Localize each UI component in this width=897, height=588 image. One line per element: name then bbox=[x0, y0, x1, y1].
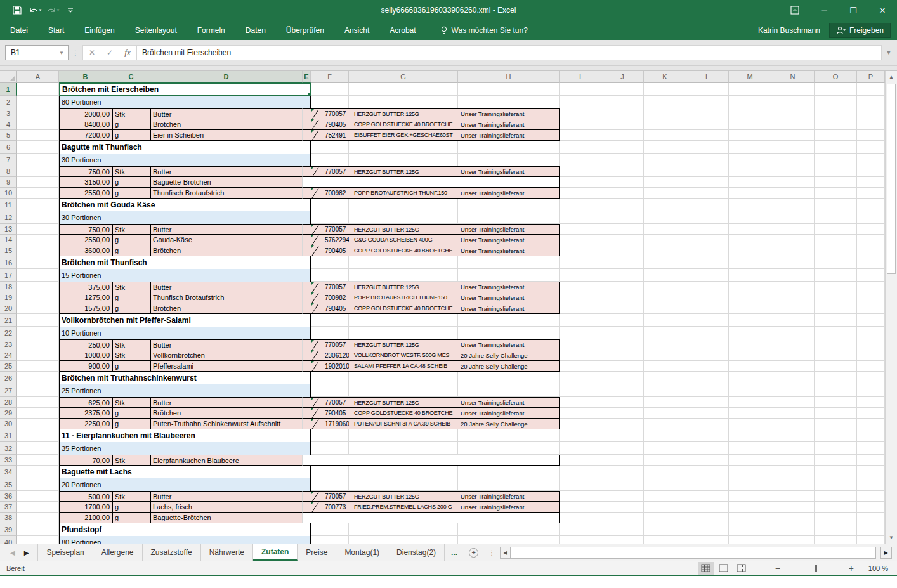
unit-cell[interactable]: g bbox=[112, 188, 150, 199]
diagonal-cell[interactable] bbox=[303, 361, 311, 372]
cell-I[interactable] bbox=[560, 327, 601, 339]
cell-P[interactable] bbox=[857, 513, 885, 523]
qty-cell[interactable]: 1275,00 bbox=[59, 292, 112, 303]
cell-I[interactable] bbox=[560, 199, 601, 211]
cell-F[interactable] bbox=[311, 256, 349, 269]
cell-K[interactable] bbox=[644, 397, 686, 408]
product-cell[interactable] bbox=[349, 177, 458, 188]
cell-K[interactable] bbox=[644, 256, 686, 269]
cell-J[interactable] bbox=[601, 188, 644, 199]
cell-H[interactable] bbox=[458, 466, 560, 478]
diagonal-cell[interactable] bbox=[303, 245, 311, 256]
cell-M[interactable] bbox=[729, 502, 771, 513]
cell-A[interactable] bbox=[17, 314, 59, 327]
cell-P[interactable] bbox=[857, 269, 885, 282]
cell-N[interactable] bbox=[771, 372, 815, 384]
cell-G[interactable] bbox=[349, 83, 458, 96]
supplier-cell[interactable]: Unser Trainingslieferant bbox=[458, 119, 560, 130]
row-header-20[interactable]: 20 bbox=[0, 303, 17, 314]
column-header-E[interactable]: E bbox=[303, 71, 311, 83]
cell-M[interactable] bbox=[729, 83, 771, 96]
cell-A[interactable] bbox=[17, 372, 59, 384]
unit-cell[interactable]: Stk bbox=[112, 108, 150, 119]
row-header-8[interactable]: 8 bbox=[0, 166, 17, 177]
cell-F[interactable] bbox=[311, 372, 349, 384]
cell-O[interactable] bbox=[815, 419, 857, 429]
cell-N[interactable] bbox=[771, 211, 815, 224]
cell-N[interactable] bbox=[771, 235, 815, 245]
diagonal-cell[interactable] bbox=[303, 108, 311, 119]
product-cell[interactable]: COPP GOLDSTUECKE 40 BROETCHE bbox=[349, 245, 458, 256]
diagonal-cell[interactable] bbox=[303, 502, 311, 513]
ingredient-name-cell[interactable]: Butter bbox=[150, 224, 303, 235]
undo-dropdown-arrow[interactable]: ▾ bbox=[39, 8, 42, 13]
product-cell[interactable]: HERZGUT BUTTER 125G bbox=[349, 282, 458, 292]
ingredient-name-cell[interactable]: Brötchen bbox=[150, 303, 303, 314]
cell-M[interactable] bbox=[729, 282, 771, 292]
cell-A[interactable] bbox=[17, 235, 59, 245]
cell-A[interactable] bbox=[17, 536, 59, 544]
cell-P[interactable] bbox=[857, 166, 885, 177]
unit-cell[interactable]: g bbox=[112, 419, 150, 429]
cell-O[interactable] bbox=[815, 245, 857, 256]
product-cell[interactable]: COPP GOLDSTUECKE 40 BROETCHE bbox=[349, 303, 458, 314]
cell-I[interactable] bbox=[560, 513, 601, 523]
cell-K[interactable] bbox=[644, 177, 686, 188]
cell-N[interactable] bbox=[771, 245, 815, 256]
cell-A[interactable] bbox=[17, 282, 59, 292]
cell-O[interactable] bbox=[815, 361, 857, 372]
cell-M[interactable] bbox=[729, 199, 771, 211]
article-number-cell[interactable]: 1719060 bbox=[311, 419, 349, 429]
formula-input[interactable]: Brötchen mit Eierscheiben bbox=[136, 45, 882, 60]
cell-I[interactable] bbox=[560, 235, 601, 245]
cell-A[interactable] bbox=[17, 513, 59, 523]
cell-N[interactable] bbox=[771, 256, 815, 269]
cell-J[interactable] bbox=[601, 442, 644, 455]
supplier-cell[interactable]: Unser Trainingslieferant bbox=[458, 245, 560, 256]
cell-G[interactable] bbox=[349, 314, 458, 327]
article-number-cell[interactable]: 770057 bbox=[311, 224, 349, 235]
cell-J[interactable] bbox=[601, 536, 644, 544]
cell-P[interactable] bbox=[857, 491, 885, 502]
cell-K[interactable] bbox=[644, 96, 686, 108]
cell-N[interactable] bbox=[771, 177, 815, 188]
cell-A[interactable] bbox=[17, 502, 59, 513]
product-cell[interactable]: POPP BROTAUFSTRICH THUNF.150 bbox=[349, 292, 458, 303]
row-header-31[interactable]: 31 bbox=[0, 429, 17, 442]
cell-I[interactable] bbox=[560, 292, 601, 303]
cell-I[interactable] bbox=[560, 245, 601, 256]
qty-cell[interactable]: 2100,00 bbox=[59, 513, 112, 523]
cell-K[interactable] bbox=[644, 419, 686, 429]
cell-A[interactable] bbox=[17, 130, 59, 141]
cell-N[interactable] bbox=[771, 502, 815, 513]
cell-A[interactable] bbox=[17, 442, 59, 455]
portions-cell[interactable]: 80 Portionen bbox=[59, 536, 311, 544]
cell-I[interactable] bbox=[560, 211, 601, 224]
article-number-cell[interactable]: 770057 bbox=[311, 397, 349, 408]
cell-M[interactable] bbox=[729, 292, 771, 303]
cell-I[interactable] bbox=[560, 303, 601, 314]
cell-O[interactable] bbox=[815, 384, 857, 397]
cell-O[interactable] bbox=[815, 235, 857, 245]
sheet-tab-dienstag-2-[interactable]: Dienstag(2) bbox=[388, 544, 445, 561]
article-number-cell[interactable]: 770057 bbox=[311, 491, 349, 502]
cell-A[interactable] bbox=[17, 245, 59, 256]
cell-I[interactable] bbox=[560, 478, 601, 491]
cell-P[interactable] bbox=[857, 372, 885, 384]
scroll-left-icon[interactable]: ◀ bbox=[500, 547, 511, 559]
page-layout-view-icon[interactable] bbox=[716, 562, 732, 575]
diagonal-cell[interactable] bbox=[303, 397, 311, 408]
cell-A[interactable] bbox=[17, 177, 59, 188]
cell-N[interactable] bbox=[771, 466, 815, 478]
cell-A[interactable] bbox=[17, 466, 59, 478]
cell-J[interactable] bbox=[601, 141, 644, 154]
row-header-24[interactable]: 24 bbox=[0, 350, 17, 361]
recipe-title-cell[interactable]: Brötchen mit Thunfisch bbox=[59, 256, 311, 269]
supplier-cell[interactable] bbox=[458, 177, 560, 188]
cell-I[interactable] bbox=[560, 177, 601, 188]
unit-cell[interactable]: Stk bbox=[112, 455, 150, 466]
column-header-O[interactable]: O bbox=[815, 71, 857, 83]
cell-I[interactable] bbox=[560, 166, 601, 177]
supplier-cell[interactable] bbox=[458, 513, 560, 523]
ribbon-tab-daten[interactable]: Daten bbox=[235, 20, 276, 40]
